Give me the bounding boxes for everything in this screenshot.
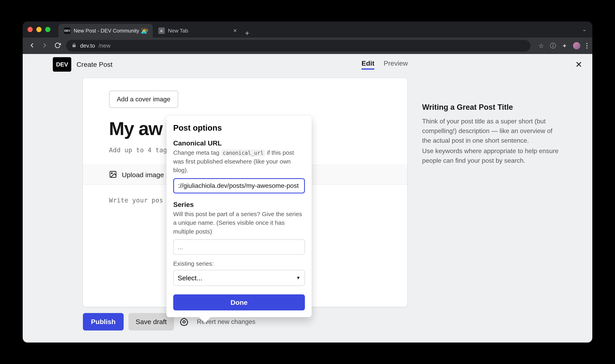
upload-image-button[interactable]: Upload image xyxy=(122,171,164,179)
help-text: Change meta tag xyxy=(173,149,221,156)
minimize-window-button[interactable] xyxy=(36,27,41,32)
post-body-input[interactable]: Write your pos xyxy=(109,196,163,204)
info-icon[interactable]: ⓘ xyxy=(550,42,556,50)
page-title: Create Post xyxy=(77,61,113,68)
existing-series-label: Existing series: xyxy=(173,260,305,267)
svg-point-1 xyxy=(111,173,112,174)
tab-overflow-icon[interactable]: ⌄ xyxy=(582,27,586,32)
star-icon[interactable]: ☆ xyxy=(538,42,544,49)
series-label: Series xyxy=(173,201,305,208)
tab-title: New Post - DEV Community 👩‍💻 xyxy=(74,28,147,34)
page-header: DEV Create Post Edit Preview ✕ xyxy=(23,54,592,75)
dev-logo[interactable]: DEV xyxy=(53,57,71,72)
series-name-input[interactable] xyxy=(173,239,305,255)
help-panel: Writing a Great Post Title Think of your… xyxy=(422,103,563,166)
url-bar: dev.to/new ☆ ⓘ ✦ xyxy=(23,38,592,54)
browser-tab-inactive[interactable]: ◐ New Tab ✕ xyxy=(153,24,241,38)
lock-icon xyxy=(72,43,77,49)
menu-button[interactable] xyxy=(586,43,588,49)
extensions-icon[interactable]: ✦ xyxy=(562,42,567,49)
image-icon xyxy=(109,170,117,179)
profile-avatar[interactable] xyxy=(573,42,580,49)
close-tab-icon[interactable]: ✕ xyxy=(233,28,237,34)
canonical-url-help: Change meta tag canonical_url if this po… xyxy=(173,148,305,175)
tab-favicon: ◐ xyxy=(158,27,165,34)
browser-window: DEV New Post - DEV Community 👩‍💻 ✕ ◐ New… xyxy=(23,22,592,342)
help-text: Think of your post title as a super shor… xyxy=(422,116,563,145)
help-heading: Writing a Great Post Title xyxy=(422,103,563,112)
existing-series-select[interactable]: Select... ▼ xyxy=(173,270,305,286)
url-path: /new xyxy=(99,42,110,49)
maximize-window-button[interactable] xyxy=(45,27,50,32)
tab-strip: DEV New Post - DEV Community 👩‍💻 ✕ ◐ New… xyxy=(58,22,249,38)
toolbar-right: ☆ ⓘ ✦ xyxy=(538,42,588,50)
tags-input[interactable]: Add up to 4 tags xyxy=(109,146,171,154)
forward-button[interactable] xyxy=(40,42,49,50)
close-tab-icon[interactable]: ✕ xyxy=(145,28,149,34)
series-help: Will this post be part of a series? Give… xyxy=(173,210,305,236)
page-viewport: DEV Create Post Edit Preview ✕ Add a cov… xyxy=(23,54,592,342)
help-text: Use keywords where appropriate to help e… xyxy=(422,146,563,165)
canonical-url-input[interactable] xyxy=(173,178,305,194)
back-button[interactable] xyxy=(27,42,36,50)
publish-button[interactable]: Publish xyxy=(83,313,124,330)
add-cover-image-button[interactable]: Add a cover image xyxy=(109,91,178,108)
editor-tabs: Edit Preview xyxy=(362,59,408,70)
svg-point-3 xyxy=(183,321,185,323)
close-editor-button[interactable]: ✕ xyxy=(575,60,582,69)
done-button[interactable]: Done xyxy=(173,294,305,311)
svg-marker-2 xyxy=(180,318,188,325)
new-tab-button[interactable]: + xyxy=(245,29,249,38)
reload-button[interactable] xyxy=(53,42,62,49)
browser-tab-active[interactable]: DEV New Post - DEV Community 👩‍💻 ✕ xyxy=(58,24,153,38)
tab-favicon: DEV xyxy=(64,27,70,34)
address-bar[interactable]: dev.to/new xyxy=(66,40,531,52)
url-host: dev.to xyxy=(80,42,95,49)
titlebar: DEV New Post - DEV Community 👩‍💻 ✕ ◐ New… xyxy=(23,22,592,38)
post-options-button[interactable] xyxy=(179,317,189,327)
page-content: Add a cover image My aw Add up to 4 tags… xyxy=(23,75,592,342)
tab-preview[interactable]: Preview xyxy=(384,59,408,70)
tab-edit[interactable]: Edit xyxy=(362,59,374,70)
popover-title: Post options xyxy=(173,123,305,132)
canonical-url-label: Canonical URL xyxy=(173,139,305,147)
select-value: Select... xyxy=(178,274,202,282)
code-text: canonical_url xyxy=(221,149,265,156)
close-window-button[interactable] xyxy=(27,27,33,32)
post-title-input[interactable]: My aw xyxy=(109,118,162,139)
tab-title: New Tab xyxy=(168,28,188,34)
window-controls xyxy=(27,27,50,32)
post-options-popover: Post options Canonical URL Change meta t… xyxy=(166,115,312,317)
chevron-down-icon: ▼ xyxy=(296,275,301,281)
